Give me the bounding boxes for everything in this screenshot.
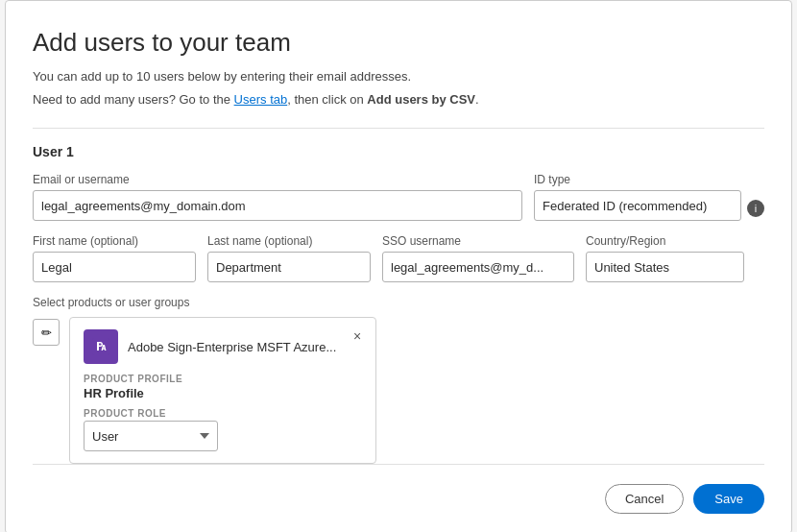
form-row-2: First name (optional) Last name (optiona… xyxy=(33,234,764,282)
users-tab-link[interactable]: Users tab xyxy=(234,92,288,107)
email-group: Email or username xyxy=(33,173,522,221)
lastname-label: Last name (optional) xyxy=(207,234,371,248)
product-role-meta-label: PRODUCT ROLE xyxy=(84,408,362,419)
products-label: Select products or user groups xyxy=(33,296,764,309)
user-section: User 1 Email or username ID type Federat… xyxy=(33,144,764,464)
sso-label: SSO username xyxy=(382,234,574,248)
cancel-button[interactable]: Cancel xyxy=(605,484,684,514)
dialog-title: Add users to your team xyxy=(33,28,764,58)
product-icon xyxy=(84,329,118,364)
country-group: Country/Region United States xyxy=(586,234,744,282)
products-section: Select products or user groups ✏ xyxy=(33,296,764,464)
edit-pencil-button[interactable]: ✏ xyxy=(33,319,60,346)
product-profile-value: HR Profile xyxy=(84,386,362,400)
sso-group: SSO username xyxy=(382,234,574,282)
id-type-group: ID type Federated ID (recommended) i xyxy=(534,173,764,221)
sso-input[interactable] xyxy=(382,252,574,282)
product-close-button[interactable]: × xyxy=(349,327,366,345)
dialog-description-line2: Need to add many users? Go to the Users … xyxy=(33,90,764,109)
firstname-input[interactable] xyxy=(33,252,196,282)
user-section-title: User 1 xyxy=(33,144,764,159)
id-type-label: ID type xyxy=(534,173,764,186)
lastname-input[interactable] xyxy=(207,252,371,282)
product-role-select[interactable]: User xyxy=(84,421,218,451)
top-divider xyxy=(33,128,764,129)
id-type-row: Federated ID (recommended) i xyxy=(534,190,764,221)
id-type-select[interactable]: Federated ID (recommended) xyxy=(534,190,741,221)
pencil-icon: ✏ xyxy=(41,326,52,340)
product-name: Adobe Sign-Enterprise MSFT Azure... xyxy=(128,340,362,354)
form-row-1: Email or username ID type Federated ID (… xyxy=(33,173,764,221)
product-card: Adobe Sign-Enterprise MSFT Azure... × PR… xyxy=(69,317,376,464)
country-label: Country/Region xyxy=(586,234,744,248)
products-area: ✏ Adobe Sign-Enterprise MSFT Azure... xyxy=(33,317,764,464)
add-users-dialog: Add users to your team You can add up to… xyxy=(5,0,792,532)
lastname-group: Last name (optional) xyxy=(207,234,371,282)
dialog-footer: Cancel Save xyxy=(33,465,764,514)
info-icon[interactable]: i xyxy=(747,200,764,217)
firstname-label: First name (optional) xyxy=(33,234,196,248)
email-label: Email or username xyxy=(33,173,522,186)
product-card-header: Adobe Sign-Enterprise MSFT Azure... × xyxy=(84,329,362,364)
email-input[interactable] xyxy=(33,190,522,221)
firstname-group: First name (optional) xyxy=(33,234,196,282)
save-button[interactable]: Save xyxy=(693,484,764,514)
dialog-description-line1: You can add up to 10 users below by ente… xyxy=(33,67,764,86)
product-profile-meta-label: PRODUCT PROFILE xyxy=(84,374,362,384)
country-select[interactable]: United States xyxy=(586,252,744,282)
